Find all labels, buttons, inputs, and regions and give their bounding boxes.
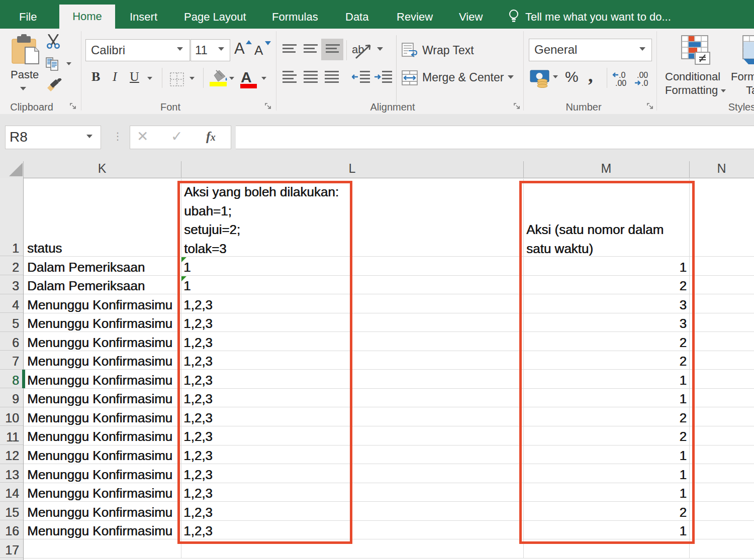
svg-text:.00: .00 — [615, 79, 626, 86]
svg-text:.0: .0 — [619, 71, 625, 79]
svg-text:.0: .0 — [641, 79, 648, 86]
svg-text:.00: .00 — [637, 71, 648, 79]
svg-text:ab: ab — [352, 43, 364, 56]
